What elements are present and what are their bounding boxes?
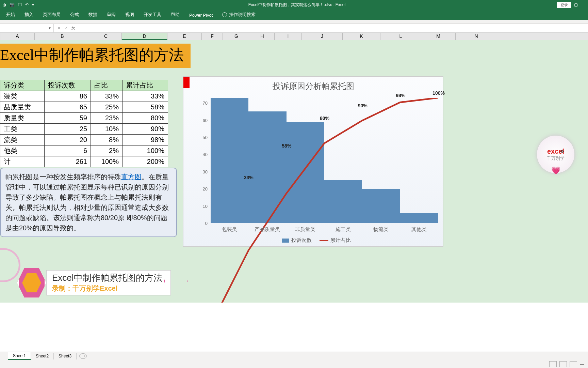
save-icon[interactable]: ❐ bbox=[18, 2, 22, 7]
table-cell[interactable]: 80% bbox=[122, 113, 168, 124]
tell-me[interactable]: 操作说明搜索 bbox=[217, 10, 260, 20]
col-header-G[interactable]: G bbox=[223, 33, 250, 40]
table-row[interactable]: 计261100%200% bbox=[0, 156, 168, 167]
table-header[interactable]: 投诉次数 bbox=[45, 80, 91, 91]
page-break-view-icon[interactable] bbox=[570, 361, 577, 367]
worksheet[interactable]: Excel中制作帕累托图的方法 诉分类投诉次数占比累计占比装类8633%33%品… bbox=[0, 40, 588, 303]
table-cell[interactable]: 25% bbox=[91, 102, 122, 113]
formula-bar: ▼ ✕ ✓ fx bbox=[0, 24, 588, 33]
col-header-M[interactable]: M bbox=[421, 33, 456, 40]
col-header-N[interactable]: N bbox=[456, 33, 497, 40]
table-cell[interactable]: 20 bbox=[45, 135, 91, 145]
table-cell[interactable]: 装类 bbox=[0, 91, 45, 102]
fx-icon[interactable]: fx bbox=[71, 26, 75, 31]
page-layout-view-icon[interactable] bbox=[559, 361, 567, 367]
tab-powerpivot[interactable]: Power Pivot bbox=[184, 11, 217, 20]
table-cell[interactable]: 59 bbox=[45, 113, 91, 124]
add-sheet-button[interactable]: + bbox=[79, 353, 87, 359]
namebox-dropdown-icon[interactable]: ▼ bbox=[48, 26, 51, 30]
col-header-H[interactable]: H bbox=[250, 33, 275, 40]
table-cell[interactable]: 33% bbox=[122, 91, 168, 102]
description-box: 帕累托图是一种按发生频率排序的特殊直方图。在质量管理中，可以通过帕累托图显示每种… bbox=[0, 168, 177, 237]
table-cell[interactable]: 8% bbox=[91, 135, 122, 145]
table-header[interactable]: 占比 bbox=[91, 80, 122, 91]
qat-dropdown-icon[interactable]: ▾ bbox=[32, 2, 34, 7]
login-button[interactable]: 登录 bbox=[557, 2, 571, 8]
col-header-I[interactable]: I bbox=[275, 33, 302, 40]
cancel-icon[interactable]: ✕ bbox=[57, 26, 61, 31]
table-cell[interactable]: 261 bbox=[45, 156, 91, 167]
col-header-E[interactable]: E bbox=[167, 33, 202, 40]
table-cell[interactable]: 58% bbox=[122, 102, 168, 113]
table-row[interactable]: 流类208%98% bbox=[0, 135, 168, 145]
x-label: 物流类 bbox=[362, 226, 400, 233]
col-header-A[interactable]: A bbox=[0, 33, 35, 40]
name-box[interactable]: ▼ bbox=[0, 24, 54, 32]
tab-home[interactable]: 开始 bbox=[1, 10, 20, 20]
col-header-K[interactable]: K bbox=[343, 33, 380, 40]
table-cell[interactable]: 计 bbox=[0, 156, 45, 167]
zoom-out-icon[interactable]: — bbox=[580, 362, 584, 367]
tab-page-layout[interactable]: 页面布局 bbox=[38, 10, 65, 20]
table-cell[interactable]: 100% bbox=[91, 156, 122, 167]
table-row[interactable]: 工类2510%90% bbox=[0, 124, 168, 135]
col-header-B[interactable]: B bbox=[35, 33, 90, 40]
table-header[interactable]: 诉分类 bbox=[0, 80, 45, 91]
tab-review[interactable]: 审阅 bbox=[102, 10, 120, 20]
table-cell[interactable]: 10% bbox=[91, 124, 122, 135]
col-header-C[interactable]: C bbox=[90, 33, 122, 40]
col-header-J[interactable]: J bbox=[302, 33, 343, 40]
tab-help[interactable]: 帮助 bbox=[166, 10, 184, 20]
table-cell[interactable]: 质量类 bbox=[0, 113, 45, 124]
table-cell[interactable]: 工类 bbox=[0, 124, 45, 135]
tab-data[interactable]: 数据 bbox=[84, 10, 102, 20]
camera-icon[interactable]: 📷 bbox=[10, 2, 15, 7]
table-cell[interactable]: 100% bbox=[122, 145, 168, 156]
tab-view[interactable]: 视图 bbox=[120, 10, 139, 20]
autosave-icon[interactable]: ◑ bbox=[3, 2, 6, 7]
table-cell[interactable]: 23% bbox=[91, 113, 122, 124]
table-cell[interactable]: 品质量类 bbox=[0, 102, 45, 113]
table-cell[interactable]: 他类 bbox=[0, 145, 45, 156]
y-tick: 20 bbox=[203, 186, 208, 191]
x-label: 非质量类 bbox=[287, 226, 324, 233]
undo-icon[interactable]: ↶ bbox=[25, 2, 29, 7]
table-row[interactable]: 品质量类6525%58% bbox=[0, 102, 168, 113]
table-cell[interactable]: 流类 bbox=[0, 135, 45, 145]
pareto-chart[interactable]: 投诉原因分析帕累托图 010203040506070 33%58%80%90%9… bbox=[183, 76, 443, 247]
table-cell[interactable]: 90% bbox=[122, 124, 168, 135]
ribbon-options-icon[interactable]: ▢ bbox=[574, 2, 578, 7]
table-cell[interactable]: 25 bbox=[45, 124, 91, 135]
table-row[interactable]: 装类8633%33% bbox=[0, 91, 168, 102]
chart-handle[interactable] bbox=[183, 77, 190, 88]
window-title: Excel中制作帕累托图，其实就这么简单！.xlsx - Excel bbox=[37, 2, 557, 8]
data-table[interactable]: 诉分类投诉次数占比累计占比装类8633%33%品质量类6525%58%质量类59… bbox=[0, 80, 168, 167]
table-cell[interactable]: 33% bbox=[91, 91, 122, 102]
caption-line1: Excel中制作帕累托图的方法 bbox=[52, 272, 162, 284]
legend-line-label: 累计占比 bbox=[330, 237, 351, 243]
table-cell[interactable]: 6 bbox=[45, 145, 91, 156]
col-header-F[interactable]: F bbox=[202, 33, 223, 40]
minimize-icon[interactable]: — bbox=[581, 2, 585, 7]
tab-developer[interactable]: 开发工具 bbox=[139, 10, 166, 20]
tab-formulas[interactable]: 公式 bbox=[65, 10, 84, 20]
table-row[interactable]: 他类62%100% bbox=[0, 145, 168, 156]
table-cell[interactable]: 200% bbox=[122, 156, 168, 167]
sheet-tab-Sheet2[interactable]: Sheet2 bbox=[31, 353, 54, 359]
table-cell[interactable]: 86 bbox=[45, 91, 91, 102]
sheet-tab-Sheet1[interactable]: Sheet1 bbox=[8, 352, 31, 360]
table-row[interactable]: 质量类5923%80% bbox=[0, 113, 168, 124]
table-header[interactable]: 累计占比 bbox=[122, 80, 168, 91]
col-header-L[interactable]: L bbox=[380, 33, 421, 40]
col-header-D[interactable]: D bbox=[122, 33, 167, 40]
histogram-link[interactable]: 直方图 bbox=[121, 173, 142, 181]
y-axis: 010203040506070 bbox=[199, 98, 209, 223]
enter-icon[interactable]: ✓ bbox=[64, 26, 68, 31]
table-cell[interactable]: 65 bbox=[45, 102, 91, 113]
tab-insert[interactable]: 插入 bbox=[20, 10, 38, 20]
table-cell[interactable]: 2% bbox=[91, 145, 122, 156]
sheet-tab-Sheet3[interactable]: Sheet3 bbox=[54, 353, 77, 359]
normal-view-icon[interactable] bbox=[549, 361, 557, 367]
table-cell[interactable]: 98% bbox=[122, 135, 168, 145]
x-label: 施工类 bbox=[324, 226, 362, 233]
